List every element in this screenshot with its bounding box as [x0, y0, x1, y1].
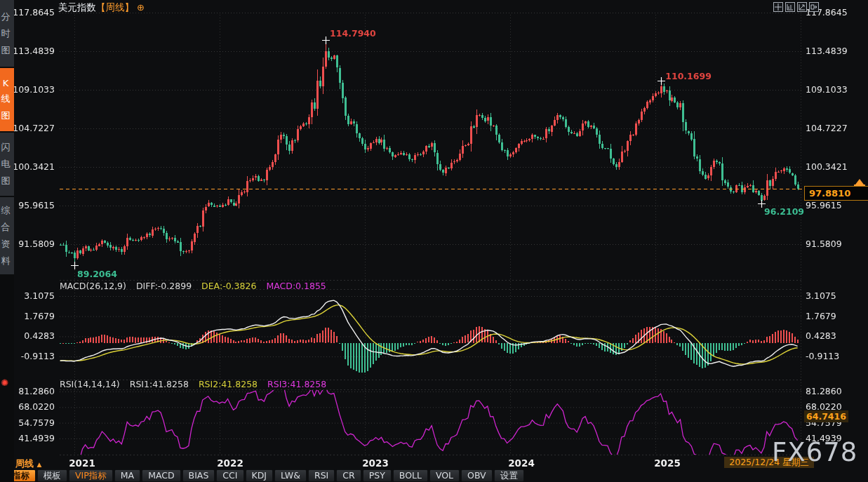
chart-title: 美元指数【周线】⊕ [58, 1, 145, 14]
macd-macd-value: MACD:0.1855 [266, 281, 326, 291]
window-toolbar [773, 2, 819, 12]
macd-header: MACD(26,12,9) DIFF:-0.2899 DEA:-0.3826 M… [60, 281, 333, 291]
main-axis-label: 113.4839 [806, 46, 848, 57]
pane-layout-two-icon[interactable] [797, 2, 807, 12]
toolbar-button-11[interactable]: CR [336, 469, 361, 482]
year-label-2021: 2021 [69, 457, 95, 469]
toolbar-button-7[interactable]: CCI [216, 469, 243, 482]
rsi2-value: RSI2:41.8258 [199, 379, 258, 389]
sidebar-tab-2[interactable]: K线图 [0, 68, 14, 131]
sidebar-tab-char: 图 [1, 44, 11, 57]
hot-news-icon[interactable]: ✺ [1, 377, 8, 388]
main-axis-label: 100.3421 [806, 161, 848, 173]
main-axis-label: 104.7227 [806, 123, 848, 134]
price-annotation-4: 96.2109 [764, 206, 804, 217]
toolbar-button-5[interactable]: MACD [142, 469, 180, 482]
macd-dea-value: DEA:-0.3826 [201, 281, 256, 291]
sidebar-tab-char: 电 [1, 158, 11, 170]
toolbar-button-15[interactable]: OBV [461, 469, 493, 482]
sidebar-tab-char: 分 [1, 11, 11, 23]
sidebar-tab-1[interactable]: 分时图 [0, 0, 14, 67]
sidebar-tab-char: 闪 [1, 141, 11, 154]
toolbar-button-12[interactable]: PSY [363, 469, 392, 482]
sidebar-tab-char: 料 [1, 255, 11, 267]
toolbar-button-9[interactable]: LW& [274, 469, 307, 482]
macd-axis-label: 3.1075 [806, 290, 836, 302]
price-annotation-2: 110.1699 [665, 71, 712, 81]
toolbar-button-6[interactable]: BIAS [182, 469, 215, 482]
rsi-name: RSI(14,14,14) [60, 379, 120, 389]
sidebar-tab-char: K [3, 78, 9, 88]
sidebar-tab-3[interactable]: 闪电图 [0, 133, 14, 196]
rsi-header: RSI(14,14,14) RSI1:41.8258 RSI2:41.8258 … [60, 379, 333, 389]
year-label-2025: 2025 [654, 457, 681, 469]
sidebar-tab-char: 线 [1, 93, 11, 105]
detach-window-icon[interactable] [809, 2, 819, 12]
toolbar-button-2[interactable]: 模板 [37, 469, 67, 482]
year-label-2022: 2022 [217, 457, 243, 469]
chart-application-window: 美元指数【周线】⊕ MACD(26,12,9) DIFF:-0.2899 DEA… [0, 0, 868, 482]
main-axis-label: 95.9615 [806, 200, 842, 211]
sidebar-tab-char: 合 [1, 221, 11, 234]
macd-axis-label: 1.7679 [806, 311, 836, 322]
sidebar-tab-char: 图 [1, 175, 11, 187]
pane-layout-one-icon[interactable] [785, 2, 795, 12]
sidebar-tab-char: 时 [1, 27, 11, 40]
fx678-watermark: FX678 [772, 439, 857, 466]
chevron-up-icon: ▲ [37, 461, 42, 468]
price-annotation-1: 114.7940 [330, 28, 376, 39]
latest-price-marker-icon [855, 179, 864, 185]
rsi-axis-label: 81.2860 [806, 386, 842, 397]
crosshair-icon[interactable] [773, 2, 783, 12]
macd-diff-value: DIFF:-0.2899 [136, 281, 192, 291]
period-selector[interactable]: 周线 ▲ [15, 457, 41, 470]
toolbar-button-4[interactable]: MA [114, 469, 140, 482]
x-axis: 周线 ▲ 20212022202320242025 2025/12/24 星期三 [14, 456, 868, 469]
main-axis-label: 91.5809 [806, 239, 842, 250]
symbol-name: 美元指数 [58, 1, 96, 13]
price-annotation-3: 89.2064 [77, 269, 117, 279]
toolbar-button-14[interactable]: VOL [429, 469, 460, 482]
toolbar-button-10[interactable]: RSI [308, 469, 335, 482]
toolbar-button-13[interactable]: BOLL [393, 469, 428, 482]
sidebar-tab-char: 图 [1, 109, 11, 122]
toolbar-button-8[interactable]: KDJ [246, 469, 274, 482]
toolbar-button-3[interactable]: VIP指标 [69, 469, 113, 482]
rsi3-value: RSI3:41.8258 [267, 379, 326, 389]
year-label-2023: 2023 [362, 457, 389, 469]
period-tag: 【周线】 [96, 1, 134, 13]
sidebar-tab-char: 综 [1, 204, 11, 217]
current-price-box: 97.8810 [804, 186, 868, 201]
macd-axis-label: 0.4283 [806, 330, 836, 342]
left-sidebar: 分时图K线图闪电图综合资料 [0, 0, 14, 482]
sidebar-tab-4[interactable]: 综合资料 [0, 197, 14, 274]
toolbar-button-16[interactable]: 设置 [494, 469, 524, 482]
indicator-toolbar: 指标模板VIP指标MAMACDBIASCCIKDJLW&RSICRPSYBOLL… [6, 469, 524, 482]
circle-plus-icon[interactable]: ⊕ [137, 2, 145, 13]
price-chart-canvas[interactable] [0, 0, 868, 482]
rsi1-value: RSI1:41.8258 [130, 379, 189, 389]
main-axis-label: 109.1033 [806, 84, 848, 95]
macd-axis-label: -0.9113 [806, 351, 839, 362]
sidebar-tab-char: 资 [1, 238, 11, 250]
macd-name: MACD(26,12,9) [60, 281, 126, 291]
rsi-highlight-value: 64.7416 [804, 410, 848, 422]
year-label-2024: 2024 [508, 457, 535, 469]
